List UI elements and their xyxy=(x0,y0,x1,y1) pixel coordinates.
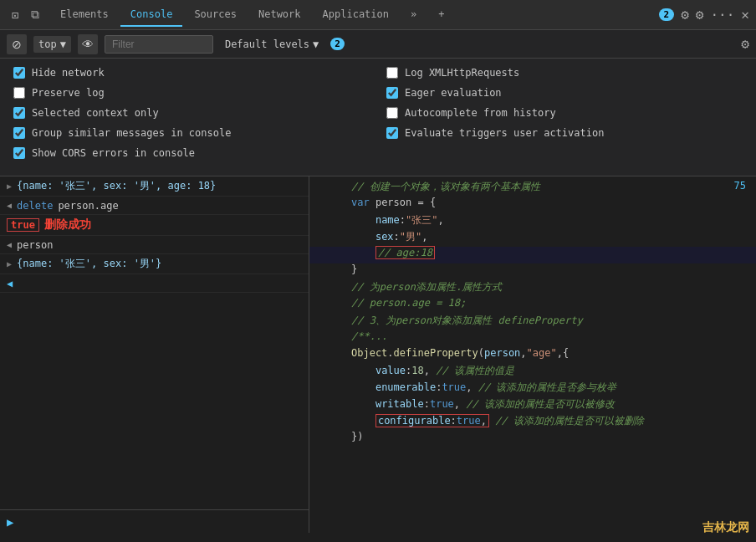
code-line-8: // person.age = 18; xyxy=(309,297,756,314)
code-content-14: writable:true, // 该添加的属性是否可以被修改 xyxy=(351,397,615,412)
tab-console[interactable]: Console xyxy=(120,3,183,27)
console-line-prompt: ◀ xyxy=(0,274,309,293)
group-similar-checkbox[interactable] xyxy=(13,127,25,139)
code-line-9: // 3、为person对象添加属性 defineProperty xyxy=(309,314,756,330)
hide-network-option[interactable]: Hide network xyxy=(13,67,370,79)
levels-chevron-icon: ▼ xyxy=(313,38,319,50)
code-line-10: /**... xyxy=(309,330,756,347)
levels-label: Default levels xyxy=(225,38,309,50)
context-selector[interactable]: top ▼ xyxy=(33,36,71,53)
more-icon[interactable]: ··· xyxy=(710,7,734,23)
autocomplete-label: Autocomplete from history xyxy=(405,107,556,119)
tab-network[interactable]: Network xyxy=(248,3,311,27)
code-line-11: Object.defineProperty(person,"age",{ xyxy=(309,347,756,364)
console-line-1: ▶ {name: '张三', sex: '男', age: 18} xyxy=(0,176,309,197)
settings-icon[interactable]: ⚙ xyxy=(681,7,689,23)
preserve-log-checkbox[interactable] xyxy=(13,87,25,99)
code-line-7: // 为person添加属性.属性方式 xyxy=(309,280,756,297)
evaluate-triggers-checkbox[interactable] xyxy=(386,127,398,139)
code-line-15-highlighted: configurable:true, // 该添加的属性是否可以被删除 xyxy=(309,414,756,431)
true-value: true xyxy=(7,218,39,232)
console-line-delete: ◀ delete person.age xyxy=(0,197,309,215)
tab-sources[interactable]: Sources xyxy=(184,3,247,27)
content-area: ▶ {name: '张三', sex: '男', age: 18} ◀ dele… xyxy=(0,176,756,533)
code-content-4: sex:"男", xyxy=(351,230,428,244)
show-cors-label: Show CORS errors in console xyxy=(32,147,195,159)
profile-icon[interactable]: ⚙ xyxy=(696,7,704,23)
settings-columns: Hide network Preserve log Selected conte… xyxy=(13,67,743,167)
log-xmlhttp-option[interactable]: Log XMLHttpRequests xyxy=(386,67,743,79)
code-line-2: var person = { xyxy=(309,197,756,213)
levels-badge: 2 xyxy=(330,38,345,50)
filter-input[interactable] xyxy=(105,35,213,54)
log-xmlhttp-label: Log XMLHttpRequests xyxy=(405,67,519,79)
settings-left-col: Hide network Preserve log Selected conte… xyxy=(13,67,370,167)
close-icon[interactable]: ✕ xyxy=(741,7,749,23)
hide-network-label: Hide network xyxy=(32,67,105,79)
tab-elements[interactable]: Elements xyxy=(50,3,119,27)
code-line-4: sex:"男", xyxy=(309,230,756,247)
group-similar-label: Group similar messages in console xyxy=(32,127,231,139)
code-line-14: writable:true, // 该添加的属性是否可以被修改 xyxy=(309,397,756,414)
code-content-16: }) xyxy=(351,431,363,442)
console-input[interactable] xyxy=(18,516,302,528)
code-editor-panel: // 创建一个对象，该对象有两个基本属性 75 var person = { n… xyxy=(309,176,756,533)
code-line-13: enumerable:true, // 该添加的属性是否参与枚举 xyxy=(309,381,756,397)
clear-console-button[interactable]: ⊘ xyxy=(7,34,27,54)
inspect-icon[interactable]: ⊡ xyxy=(7,7,23,23)
eager-eval-option[interactable]: Eager evaluation xyxy=(386,87,743,99)
code-line-16: }) xyxy=(309,431,756,447)
tab-application[interactable]: Application xyxy=(313,3,399,27)
prompt-indicator-2: ◀ xyxy=(7,240,12,249)
code-content-8: // person.age = 18; xyxy=(351,297,466,309)
eye-icon-button[interactable]: 👁 xyxy=(78,34,98,54)
code-content-7: // 为person添加属性.属性方式 xyxy=(351,280,502,294)
tab-add[interactable]: + xyxy=(428,3,454,27)
autocomplete-checkbox[interactable] xyxy=(386,107,398,119)
evaluate-triggers-label: Evaluate triggers user activation xyxy=(405,127,604,139)
console-messages: ▶ {name: '张三', sex: '男', age: 18} ◀ dele… xyxy=(0,176,309,509)
prompt-indicator-1: ◀ xyxy=(7,201,12,210)
line-ref-75: 75 xyxy=(734,180,749,192)
nav-tabs: Elements Console Sources Network Applica… xyxy=(50,3,454,27)
console-output-panel: ▶ {name: '张三', sex: '男', age: 18} ◀ dele… xyxy=(0,176,309,533)
autocomplete-option[interactable]: Autocomplete from history xyxy=(386,107,743,119)
delete-expression: person.age xyxy=(58,200,118,212)
selected-context-checkbox[interactable] xyxy=(13,107,25,119)
object-preview-1: {name: '张三', sex: '男', age: 18} xyxy=(17,179,216,193)
show-cors-checkbox[interactable] xyxy=(13,147,25,159)
delete-keyword: delete xyxy=(17,200,53,212)
code-content-2: var person = { xyxy=(351,197,436,208)
console-settings-icon[interactable]: ⚙ xyxy=(741,36,749,52)
delete-success-text: 删除成功 xyxy=(44,217,91,233)
selected-context-label: Selected context only xyxy=(32,107,159,119)
preserve-log-label: Preserve log xyxy=(32,87,105,99)
object-preview-2: {name: '张三', sex: '男'} xyxy=(17,257,161,271)
code-content-11: Object.defineProperty(person,"age",{ xyxy=(351,347,569,359)
code-content-5: // age:18 xyxy=(351,247,435,258)
expand-arrow-2[interactable]: ▶ xyxy=(7,259,12,268)
evaluate-triggers-option[interactable]: Evaluate triggers user activation xyxy=(386,127,743,139)
selected-context-option[interactable]: Selected context only xyxy=(13,107,370,119)
eager-eval-checkbox[interactable] xyxy=(386,87,398,99)
expand-arrow-1[interactable]: ▶ xyxy=(7,182,12,191)
levels-selector[interactable]: Default levels ▼ xyxy=(220,36,324,53)
console-line-result: ▶ {name: '张三', sex: '男'} xyxy=(0,254,309,274)
nav-right-icons: ⚙ ⚙ ··· ✕ xyxy=(681,7,749,23)
person-var: person xyxy=(17,239,53,251)
tab-more[interactable]: » xyxy=(401,3,427,27)
console-line-person: ◀ person xyxy=(0,236,309,254)
code-line-3: name:"张三", xyxy=(309,213,756,230)
show-cors-option[interactable]: Show CORS errors in console xyxy=(13,147,370,159)
code-content-10: /**... xyxy=(351,330,387,342)
preserve-log-option[interactable]: Preserve log xyxy=(13,87,370,99)
context-label: top xyxy=(38,38,57,50)
group-similar-option[interactable]: Group similar messages in console xyxy=(13,127,370,139)
console-input-area: ▶ xyxy=(0,509,309,533)
code-line-5-highlighted: // age:18 xyxy=(309,247,756,263)
code-content-13: enumerable:true, // 该添加的属性是否参与枚举 xyxy=(351,381,616,395)
prompt-arrow: ◀ xyxy=(7,278,13,289)
device-icon[interactable]: ⧉ xyxy=(27,7,43,23)
hide-network-checkbox[interactable] xyxy=(13,67,25,79)
log-xmlhttp-checkbox[interactable] xyxy=(386,67,398,79)
